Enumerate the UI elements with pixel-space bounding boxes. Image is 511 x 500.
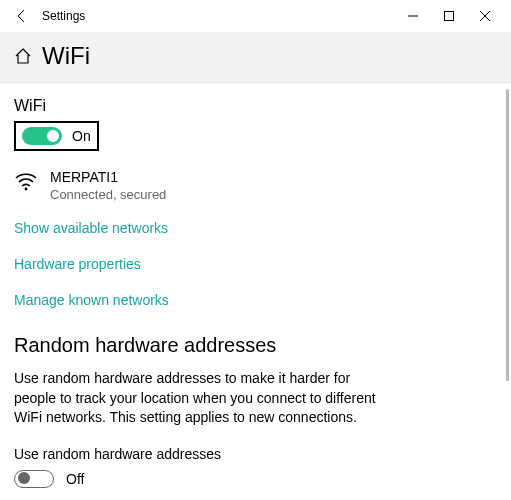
page-title: WiFi — [42, 42, 90, 70]
minimize-button[interactable] — [395, 2, 431, 30]
hardware-properties-link[interactable]: Hardware properties — [14, 256, 497, 272]
home-icon[interactable] — [14, 47, 32, 65]
random-hw-toggle-label: Off — [66, 471, 84, 487]
show-available-networks-link[interactable]: Show available networks — [14, 220, 497, 236]
random-hw-description: Use random hardware addresses to make it… — [14, 369, 384, 428]
wifi-toggle-label: On — [72, 128, 91, 144]
ssid-status: Connected, secured — [50, 187, 166, 202]
svg-point-1 — [25, 188, 28, 191]
random-hw-toggle-row: Off — [14, 470, 497, 488]
content-area: WiFi On MERPATI1 Connected, secured Show… — [0, 83, 511, 500]
titlebar: Settings — [0, 0, 511, 32]
page-header: WiFi — [0, 32, 511, 83]
random-hw-toggle[interactable] — [14, 470, 54, 488]
random-hw-setting-label: Use random hardware addresses — [14, 446, 497, 462]
random-hw-heading: Random hardware addresses — [14, 334, 497, 357]
maximize-button[interactable] — [431, 2, 467, 30]
scrollbar[interactable] — [505, 89, 511, 495]
current-network[interactable]: MERPATI1 Connected, secured — [14, 169, 497, 202]
window-title: Settings — [42, 9, 85, 23]
wifi-toggle-row: On — [14, 121, 99, 151]
close-button[interactable] — [467, 2, 503, 30]
wifi-toggle[interactable] — [22, 127, 62, 145]
svg-rect-0 — [445, 12, 454, 21]
wifi-section-label: WiFi — [14, 97, 497, 115]
ssid-name: MERPATI1 — [50, 169, 166, 185]
wifi-signal-icon — [14, 170, 38, 195]
manage-known-networks-link[interactable]: Manage known networks — [14, 292, 497, 308]
scrollbar-thumb[interactable] — [506, 89, 509, 381]
back-button[interactable] — [8, 8, 36, 24]
